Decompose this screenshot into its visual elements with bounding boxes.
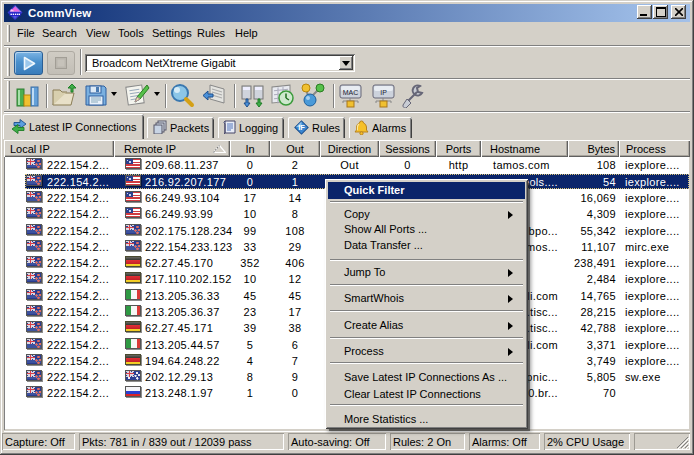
- svg-text:IF: IF: [298, 123, 305, 132]
- svg-text:MAC: MAC: [343, 89, 359, 96]
- svg-text:IP: IP: [380, 89, 387, 96]
